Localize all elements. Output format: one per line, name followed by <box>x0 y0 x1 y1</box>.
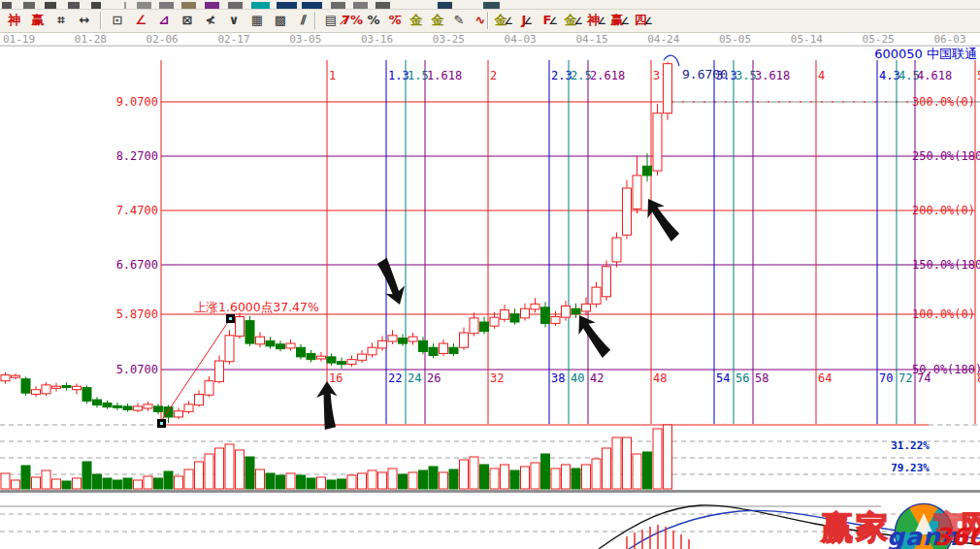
volume-bar <box>429 467 438 489</box>
volume-bar <box>317 477 326 489</box>
volume-bar <box>510 470 519 489</box>
volume-bar <box>378 472 387 489</box>
price-axis-label: 7.4700 <box>116 204 158 217</box>
trend-handle-dot <box>160 422 163 425</box>
volume-bar <box>52 479 61 489</box>
volume-bar <box>256 469 265 489</box>
percent-axis-label: 300.0%(0) <box>912 95 975 109</box>
volume-bar <box>103 478 112 489</box>
candle <box>603 267 611 297</box>
volume-bar <box>541 454 550 489</box>
candle <box>114 405 122 407</box>
candle <box>236 316 245 336</box>
peak-price-label: 9.6700 <box>682 67 728 81</box>
candle <box>368 347 376 355</box>
candle <box>103 404 112 407</box>
volume-bar <box>440 472 448 489</box>
candle <box>297 347 306 357</box>
volume-bar <box>93 474 102 489</box>
volume-bar <box>419 470 428 489</box>
volume-bar <box>184 469 193 489</box>
volume-bar <box>164 471 173 489</box>
volume-bar <box>562 465 571 489</box>
volume-bar <box>338 479 346 489</box>
candle <box>358 354 367 360</box>
volume-bar <box>653 429 662 489</box>
volume-bar <box>358 473 367 489</box>
gann-unit-label: 72 <box>898 371 912 385</box>
gann-unit-label: 74 <box>917 371 931 385</box>
candle <box>277 344 285 349</box>
volume-bar <box>21 466 30 489</box>
volume-bar <box>572 468 580 489</box>
gann-unit-label: 64 <box>818 371 832 385</box>
volume-bar <box>82 462 91 489</box>
volume-bar <box>144 476 152 489</box>
candle <box>408 337 417 341</box>
volume-bar <box>134 480 143 489</box>
volume-bar <box>1 473 10 489</box>
indicator-black-curve <box>599 505 980 549</box>
volume-bar <box>307 478 315 489</box>
gann-unit-label: 24 <box>408 371 421 385</box>
gann-unit-label: 58 <box>755 371 768 385</box>
candle <box>175 411 183 417</box>
arrow-low-anchor <box>313 380 341 431</box>
volume-bar <box>236 450 245 489</box>
candle <box>266 340 275 346</box>
candle <box>286 343 295 348</box>
volume-bar <box>470 457 478 489</box>
chart-canvas[interactable]: 9.0700300.0%(0)8.2700250.0%(180)7.470020… <box>0 0 980 549</box>
candle <box>42 385 50 394</box>
candle <box>572 308 580 314</box>
volume-bar <box>175 476 183 489</box>
candle <box>592 287 601 304</box>
candle <box>184 404 193 412</box>
volume-bar <box>73 478 82 489</box>
volume-bar <box>347 475 356 489</box>
candle <box>460 333 469 347</box>
volume-bar <box>521 467 530 489</box>
gann-ratio-label: 1 <box>329 69 336 82</box>
volume-bar <box>42 470 50 489</box>
gann-unit-label: 26 <box>427 371 441 385</box>
arrow-pullback <box>376 255 408 307</box>
volume-bar <box>123 478 132 489</box>
volume-bar <box>297 475 306 489</box>
volume-bar <box>245 457 254 489</box>
volume-bar <box>62 481 71 489</box>
candle <box>429 347 438 355</box>
arrow-rally <box>640 193 681 246</box>
candle <box>154 406 163 412</box>
volume-bar <box>286 473 295 489</box>
candle <box>470 318 478 334</box>
candle <box>643 166 652 176</box>
candle <box>52 386 61 388</box>
candle <box>490 317 499 326</box>
candle <box>21 379 30 393</box>
gann-unit-label: 16 <box>329 371 343 385</box>
candle <box>562 306 571 317</box>
volume-bar <box>531 463 539 489</box>
volume-bar <box>460 460 469 489</box>
candle <box>582 304 591 311</box>
volume-bar <box>490 468 499 489</box>
volume-bar <box>449 469 458 489</box>
volume-bar <box>32 477 41 489</box>
gann-ratio-label: 2 <box>490 69 497 82</box>
volume-bar <box>592 459 601 489</box>
gann-unit-label: 22 <box>388 371 402 385</box>
percent-axis-label: 250.0%(180) <box>912 149 980 163</box>
candle <box>123 406 132 409</box>
volume-bar <box>612 437 621 489</box>
candle <box>664 64 672 113</box>
volume-bar <box>195 462 204 489</box>
stock-chart-window: 神赢⌗↔⊡∠⊿⊠≮∨▦▩⫽▤7̸%%%̅金金✎∿金∠J∠F∠金∠神∠赢∠四∠ 0… <box>0 0 980 549</box>
gann-ratio-label: 2.618 <box>590 69 625 82</box>
volume-percent-label: 31.22% <box>891 439 930 452</box>
volume-bar <box>327 480 336 489</box>
candle <box>612 238 621 262</box>
candle <box>510 314 519 322</box>
volume-bar <box>388 468 397 489</box>
volume-bar <box>408 472 417 489</box>
